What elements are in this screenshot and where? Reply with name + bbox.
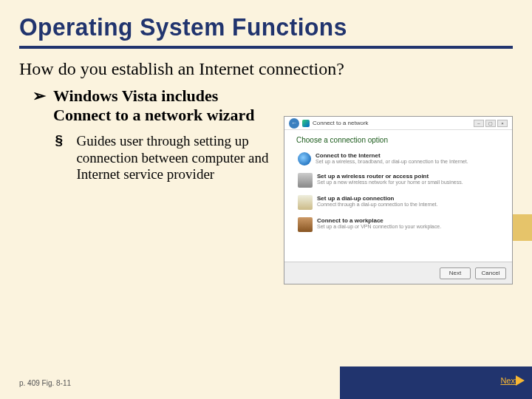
- window-title-text: Connect to a network: [313, 120, 369, 126]
- close-button[interactable]: ×: [497, 120, 508, 127]
- bullet-level2-text: Guides user through setting up connectio…: [76, 133, 278, 183]
- option-subtitle: Connect through a dial-up connection to …: [317, 202, 437, 207]
- screenshot-column: ← Connect to a network – ▢ × Choose a co…: [284, 86, 513, 284]
- slide: Operating System Functions How do you es…: [0, 0, 532, 399]
- option-workplace[interactable]: Connect to a workplace Set up a dial-up …: [296, 215, 500, 234]
- option-subtitle: Set up a new wireless network for your h…: [317, 180, 463, 185]
- triangle-right-icon: [516, 375, 525, 386]
- next-button[interactable]: Next: [500, 375, 525, 386]
- title-rule: [19, 46, 513, 49]
- window-body: Choose a connection option Connect to th…: [284, 130, 512, 262]
- slide-title: Operating System Functions: [19, 13, 493, 41]
- option-title: Set up a dial-up connection: [317, 195, 437, 202]
- wizard-next-button[interactable]: Next: [440, 267, 471, 279]
- citation-text: p. 409 Fig. 8-11: [19, 379, 71, 387]
- footer-bar: p. 409 Fig. 8-11 Next: [0, 366, 532, 399]
- minimize-button[interactable]: –: [474, 120, 484, 127]
- wizard-cancel-button[interactable]: Cancel: [475, 267, 506, 279]
- back-arrow-icon[interactable]: ←: [289, 118, 299, 129]
- phone-icon: [298, 195, 313, 210]
- text-column: ➢ Windows Vista includes Connect to a ne…: [19, 86, 278, 284]
- footer-right: Next: [340, 366, 532, 399]
- wizard-heading: Choose a connection option: [296, 136, 500, 144]
- option-wireless-router[interactable]: Set up a wireless router or access point…: [296, 171, 500, 190]
- briefcase-icon: [298, 217, 313, 232]
- bullet-level1-text: Windows Vista includes Connect to a netw…: [53, 86, 278, 126]
- option-title: Connect to the Internet: [316, 152, 468, 159]
- bullet-level2: § Guides user through setting up connect…: [19, 133, 278, 183]
- decorative-strip: [513, 214, 532, 241]
- bullet-level1: ➢ Windows Vista includes Connect to a ne…: [19, 86, 278, 126]
- globe-icon: [298, 152, 311, 166]
- subtitle-question: How do you establish an Internet connect…: [19, 59, 513, 79]
- option-subtitle: Set up a wireless, broadband, or dial-up…: [316, 159, 468, 164]
- router-icon: [298, 173, 313, 188]
- arrow-bullet-icon: ➢: [33, 86, 46, 126]
- next-label: Next: [500, 376, 517, 385]
- option-title: Set up a wireless router or access point: [317, 173, 463, 180]
- option-title: Connect to a workplace: [317, 217, 441, 224]
- maximize-button[interactable]: ▢: [485, 120, 496, 127]
- content-row: ➢ Windows Vista includes Connect to a ne…: [19, 86, 513, 284]
- shield-icon: [302, 120, 310, 127]
- footer-left: p. 409 Fig. 8-11: [0, 366, 340, 399]
- window-footer: Next Cancel: [284, 262, 512, 284]
- window-titlebar: ← Connect to a network – ▢ ×: [284, 117, 512, 130]
- window-controls: – ▢ ×: [474, 120, 508, 127]
- option-dialup[interactable]: Set up a dial-up connection Connect thro…: [296, 193, 500, 212]
- square-bullet-icon: §: [55, 133, 63, 183]
- option-connect-internet[interactable]: Connect to the Internet Set up a wireles…: [296, 150, 500, 168]
- option-subtitle: Set up a dial-up or VPN connection to yo…: [317, 224, 441, 229]
- wizard-window: ← Connect to a network – ▢ × Choose a co…: [284, 116, 513, 284]
